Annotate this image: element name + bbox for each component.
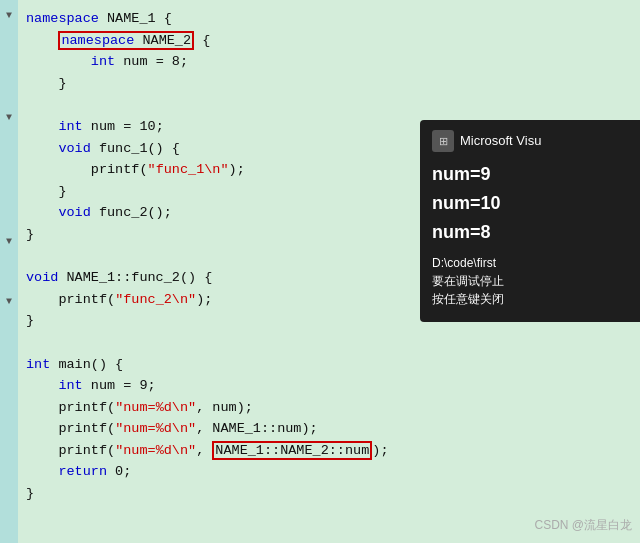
- csdn-credit: CSDN @流星白龙: [534, 516, 632, 535]
- arrow-15: ▼: [6, 294, 12, 310]
- path-line-2: 要在调试停止: [432, 272, 628, 290]
- code-line-1: namespace NAME_1 {: [26, 8, 636, 30]
- path-line-1: D:\code\first: [432, 254, 628, 272]
- code-line-3: int num = 8;: [26, 51, 636, 73]
- path-line-3: 按任意键关闭: [432, 290, 628, 308]
- code-line-17: printf("num=%d\n", NAME_1::num);: [26, 418, 636, 440]
- panel-path: D:\code\first 要在调试停止 按任意键关闭: [432, 254, 628, 308]
- output-line-2: num=10: [432, 189, 628, 218]
- arrow-12: ▼: [6, 234, 12, 250]
- arrow-6: ▼: [6, 110, 12, 126]
- panel-header: ⊞ Microsoft Visu: [432, 130, 628, 152]
- output-line-1: num=9: [432, 160, 628, 189]
- code-line-2: namespace NAME_2 {: [26, 30, 636, 52]
- code-line-4: }: [26, 73, 636, 95]
- code-line-18: printf("num=%d\n", NAME_1::NAME_2::num);: [26, 440, 636, 462]
- main-container: ▼ ▼ ▼ ▼ namespace NAME_1 { namespace NAM…: [0, 0, 640, 543]
- output-line-3: num=8: [432, 218, 628, 247]
- output-panel: ⊞ Microsoft Visu num=9 num=10 num=8 D:\c…: [420, 120, 640, 322]
- code-line-20: }: [26, 483, 636, 505]
- panel-title: Microsoft Visu: [460, 130, 541, 152]
- code-editor: namespace NAME_1 { namespace NAME_2 { in…: [18, 0, 640, 543]
- code-line-19: return 0;: [26, 461, 636, 483]
- code-line-15: int num = 9;: [26, 375, 636, 397]
- code-line-16: printf("num=%d\n", num);: [26, 397, 636, 419]
- code-line-empty-1: [26, 94, 636, 116]
- code-line-empty-3: [26, 332, 636, 354]
- vs-icon: ⊞: [432, 130, 454, 152]
- gutter: ▼ ▼ ▼ ▼: [0, 0, 18, 543]
- panel-output: num=9 num=10 num=8: [432, 160, 628, 246]
- arrow-1: ▼: [6, 8, 12, 24]
- code-line-14: int main() {: [26, 354, 636, 376]
